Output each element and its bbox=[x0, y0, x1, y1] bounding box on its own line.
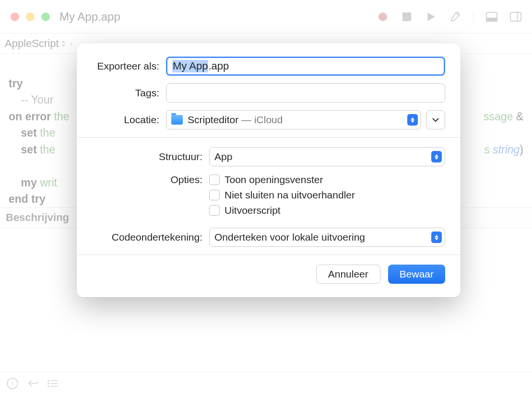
chevron-updown-icon bbox=[61, 40, 66, 47]
path-chevron-icon: ‹ bbox=[71, 40, 73, 47]
popup-arrows-icon bbox=[431, 151, 442, 162]
footer-bar: i bbox=[0, 372, 532, 394]
tags-label: Tags: bbox=[92, 87, 159, 99]
export-sheet: Exporteer als: My App.app Tags: Locatie:… bbox=[77, 43, 461, 297]
code-token: the bbox=[51, 110, 69, 123]
titlebar: My App.app bbox=[0, 0, 532, 34]
code-token: set bbox=[9, 127, 37, 139]
code-token: the bbox=[37, 143, 55, 156]
minimize-window-button[interactable] bbox=[26, 12, 35, 21]
location-sep: — bbox=[238, 114, 254, 125]
toolbar-divider bbox=[473, 11, 473, 23]
svg-rect-1 bbox=[486, 18, 497, 21]
zoom-window-button[interactable] bbox=[41, 12, 50, 21]
code-token: s bbox=[484, 143, 493, 156]
record-button[interactable] bbox=[377, 11, 389, 23]
svg-point-8 bbox=[47, 385, 49, 387]
svg-rect-5 bbox=[51, 380, 58, 381]
location-popup[interactable]: Scripteditor — iCloud bbox=[166, 110, 421, 129]
svg-rect-2 bbox=[510, 12, 521, 21]
toolbar bbox=[377, 11, 521, 23]
popup-arrows-icon bbox=[431, 232, 442, 243]
structure-value: App bbox=[214, 151, 232, 162]
code-token: on error bbox=[9, 110, 51, 123]
language-picker-label: AppleScript bbox=[5, 37, 59, 50]
save-button[interactable]: Bewaar bbox=[388, 265, 445, 284]
sheet-divider bbox=[77, 255, 461, 255]
sheet-divider bbox=[77, 137, 461, 138]
code-token: my bbox=[9, 176, 37, 189]
code-token: -- Your bbox=[9, 93, 53, 106]
code-token: try bbox=[9, 77, 23, 90]
close-window-button[interactable] bbox=[11, 12, 19, 21]
show-startup-checkbox[interactable] bbox=[209, 174, 220, 185]
tags-input[interactable] bbox=[166, 83, 445, 103]
svg-rect-7 bbox=[51, 383, 58, 384]
codesign-value: Onderteken voor lokale uitvoering bbox=[214, 232, 365, 243]
popup-arrows-icon bbox=[407, 114, 418, 126]
list-icon[interactable] bbox=[47, 379, 59, 388]
reply-icon[interactable] bbox=[27, 379, 38, 388]
export-as-label: Exporteer als: bbox=[92, 60, 159, 72]
filename-selected-text: My App bbox=[172, 60, 208, 72]
stay-open-checkbox[interactable] bbox=[209, 190, 220, 200]
code-token: the bbox=[37, 127, 55, 139]
code-token: & bbox=[513, 110, 523, 123]
location-source: iCloud bbox=[254, 114, 283, 125]
code-token: set bbox=[9, 143, 37, 156]
language-picker[interactable]: AppleScript bbox=[5, 37, 66, 50]
info-icon[interactable]: i bbox=[7, 378, 18, 389]
export-filename-input[interactable]: My App.app bbox=[166, 57, 445, 76]
window-title: My App.app bbox=[59, 10, 377, 23]
window-controls bbox=[11, 12, 50, 21]
stay-open-label: Niet sluiten na uitvoerhandler bbox=[225, 189, 355, 201]
show-startup-label: Toon openingsvenster bbox=[225, 174, 323, 185]
location-folder-name: Scripteditor bbox=[188, 114, 238, 125]
code-token: string bbox=[493, 143, 520, 156]
code-token: end try bbox=[9, 193, 46, 205]
build-button[interactable] bbox=[449, 11, 461, 23]
code-token: writ bbox=[37, 176, 57, 189]
stop-button[interactable] bbox=[401, 11, 413, 23]
location-label: Locatie: bbox=[92, 114, 159, 126]
filename-extension: .app bbox=[208, 60, 229, 72]
cancel-button[interactable]: Annuleer bbox=[316, 265, 380, 284]
code-token: ssage bbox=[484, 110, 513, 123]
expand-location-button[interactable] bbox=[426, 110, 445, 129]
folder-icon bbox=[171, 115, 183, 125]
structure-popup[interactable]: App bbox=[209, 147, 445, 166]
svg-rect-9 bbox=[51, 386, 58, 387]
codesign-label: Codeondertekening: bbox=[92, 232, 202, 243]
run-button[interactable] bbox=[425, 11, 437, 23]
options-label: Opties: bbox=[92, 174, 202, 185]
run-only-label: Uitvoerscript bbox=[225, 205, 281, 216]
svg-point-6 bbox=[47, 382, 49, 384]
run-only-checkbox[interactable] bbox=[209, 205, 220, 216]
sidebar-toggle-button[interactable] bbox=[510, 11, 521, 23]
structure-label: Structuur: bbox=[92, 151, 202, 162]
code-token: ) bbox=[520, 143, 523, 156]
svg-point-4 bbox=[47, 380, 49, 382]
codesign-popup[interactable]: Onderteken voor lokale uitvoering bbox=[209, 228, 445, 247]
view-mode-button[interactable] bbox=[486, 11, 497, 23]
